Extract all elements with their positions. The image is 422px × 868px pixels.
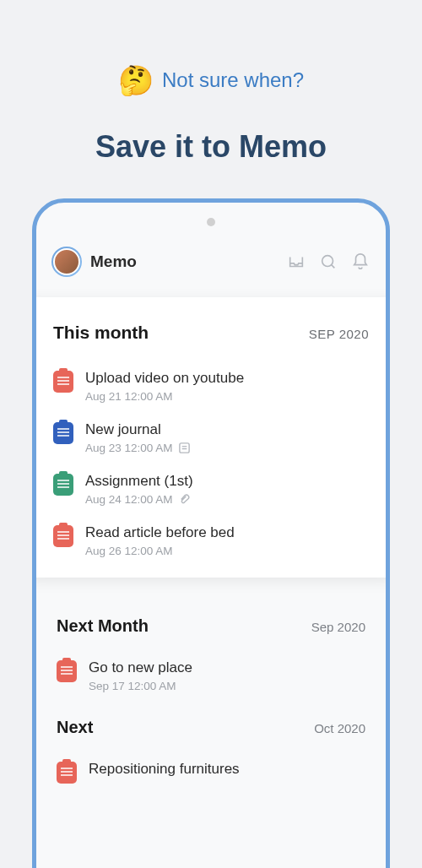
task-time: Aug 23 12:00 AM [85,442,369,454]
task-content: Assignment (1st) Aug 24 12:00 AM [85,473,369,506]
task-time: Aug 24 12:00 AM [85,493,369,506]
task-title: Read article before bed [85,524,369,541]
task-item[interactable]: Upload video on youtube Aug 21 12:00 AM [53,370,369,403]
promo-header: 🤔 Not sure when? Save it to Memo [0,0,422,165]
note-icon [178,442,191,454]
next-section: Next Oct 2020 Repositioning furnitures [40,692,382,784]
next-month-section: Next Month Sep 2020 Go to new place Sep … [40,578,382,692]
section-date: Sep 2020 [311,620,365,634]
clipboard-icon [57,762,77,784]
clipboard-icon [57,660,77,682]
phone-frame: Memo This month SEP 2020 [32,198,390,868]
clipboard-icon [53,474,73,496]
inbox-icon[interactable] [286,252,306,272]
card-date: SEP 2020 [309,327,369,341]
task-item[interactable]: Assignment (1st) Aug 24 12:00 AM [53,473,369,506]
clipboard-icon [53,371,73,393]
task-content: Repositioning furnitures [89,761,365,778]
clipboard-icon [53,525,73,547]
task-title: Upload video on youtube [85,370,369,387]
avatar[interactable] [51,247,82,277]
section-header: Next Month Sep 2020 [57,616,365,636]
this-month-card: This month SEP 2020 Upload video on yout… [32,297,390,578]
task-title: Go to new place [89,659,365,676]
task-content: Read article before bed Aug 26 12:00 AM [85,524,369,557]
svg-point-0 [322,256,333,267]
section-title: Next [57,718,93,737]
task-title: Repositioning furnitures [89,761,365,778]
task-title: New journal [85,421,369,438]
card-title: This month [53,323,149,343]
task-item[interactable]: Read article before bed Aug 26 12:00 AM [53,524,369,557]
topbar: Memo [36,235,386,297]
promo-tagline: 🤔 Not sure when? [0,63,422,97]
attachment-icon [178,493,191,506]
task-item[interactable]: Repositioning furnitures [57,761,365,784]
promo-line1-text: Not sure when? [162,68,304,92]
card-header: This month SEP 2020 [53,323,369,343]
task-time: Aug 21 12:00 AM [85,390,369,403]
task-content: New journal Aug 23 12:00 AM [85,421,369,454]
section-title: Next Month [57,616,149,636]
task-time: Aug 26 12:00 AM [85,545,369,557]
promo-headline: Save it to Memo [0,129,422,165]
bell-icon[interactable] [350,252,371,272]
clipboard-icon [53,422,73,444]
thinking-emoji-icon: 🤔 [118,63,154,97]
app-title: Memo [90,252,286,271]
task-title: Assignment (1st) [85,473,369,490]
task-item[interactable]: Go to new place Sep 17 12:00 AM [57,659,365,692]
task-time: Sep 17 12:00 AM [89,680,365,692]
section-header: Next Oct 2020 [57,718,365,737]
topbar-actions [286,252,371,272]
task-content: Go to new place Sep 17 12:00 AM [89,659,365,692]
search-icon[interactable] [318,252,338,272]
section-date: Oct 2020 [314,721,365,735]
task-item[interactable]: New journal Aug 23 12:00 AM [53,421,369,454]
avatar-image [53,248,80,275]
phone-camera-dot [207,218,215,226]
svg-rect-1 [179,443,188,453]
task-content: Upload video on youtube Aug 21 12:00 AM [85,370,369,403]
